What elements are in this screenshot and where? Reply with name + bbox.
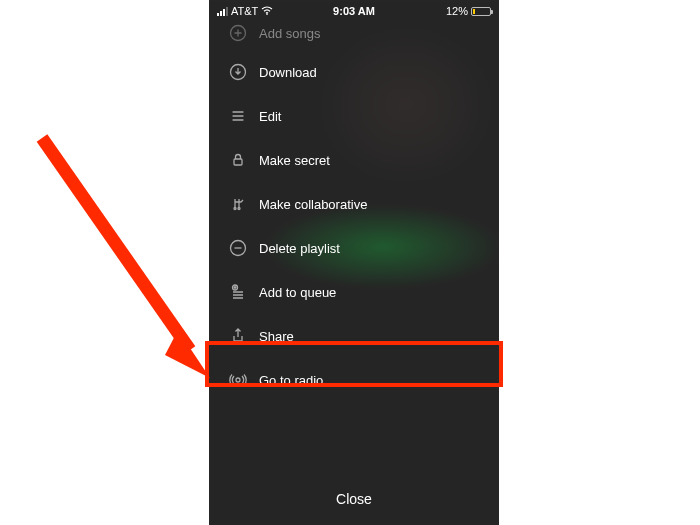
status-bar: AT&T 9:03 AM 12% [209, 0, 499, 20]
share-icon [229, 327, 247, 345]
menu-label: Share [259, 329, 294, 344]
menu-label: Download [259, 65, 317, 80]
menu-item-delete-playlist[interactable]: Delete playlist [209, 226, 499, 270]
menu-item-go-to-radio[interactable]: Go to radio [209, 358, 499, 402]
menu-item-make-collaborative[interactable]: Make collaborative [209, 182, 499, 226]
menu-item-make-secret[interactable]: Make secret [209, 138, 499, 182]
menu-item-add-songs[interactable]: Add songs [209, 24, 499, 50]
battery-icon [471, 7, 491, 16]
plus-circle-icon [229, 24, 247, 42]
edit-list-icon [229, 107, 247, 125]
svg-rect-3 [234, 159, 242, 165]
menu-label: Make secret [259, 153, 330, 168]
context-menu: Add songs Download Edit Make secret Make [209, 20, 499, 402]
menu-label: Go to radio [259, 373, 323, 388]
annotation-arrow [30, 130, 230, 390]
menu-label: Make collaborative [259, 197, 367, 212]
menu-item-add-to-queue[interactable]: Add to queue [209, 270, 499, 314]
svg-point-6 [236, 378, 240, 382]
menu-item-edit[interactable]: Edit [209, 94, 499, 138]
close-label: Close [336, 491, 372, 507]
phone-screen: AT&T 9:03 AM 12% Add songs Download [209, 0, 499, 525]
menu-label: Add songs [259, 26, 320, 41]
close-button[interactable]: Close [209, 491, 499, 507]
menu-label: Edit [259, 109, 281, 124]
collaborative-icon [229, 195, 247, 213]
menu-label: Delete playlist [259, 241, 340, 256]
menu-label: Add to queue [259, 285, 336, 300]
minus-circle-icon [229, 239, 247, 257]
menu-item-share[interactable]: Share [209, 314, 499, 358]
clock: 9:03 AM [209, 5, 499, 17]
radio-icon [229, 371, 247, 389]
menu-item-download[interactable]: Download [209, 50, 499, 94]
queue-icon [229, 283, 247, 301]
lock-icon [229, 151, 247, 169]
download-icon [229, 63, 247, 81]
